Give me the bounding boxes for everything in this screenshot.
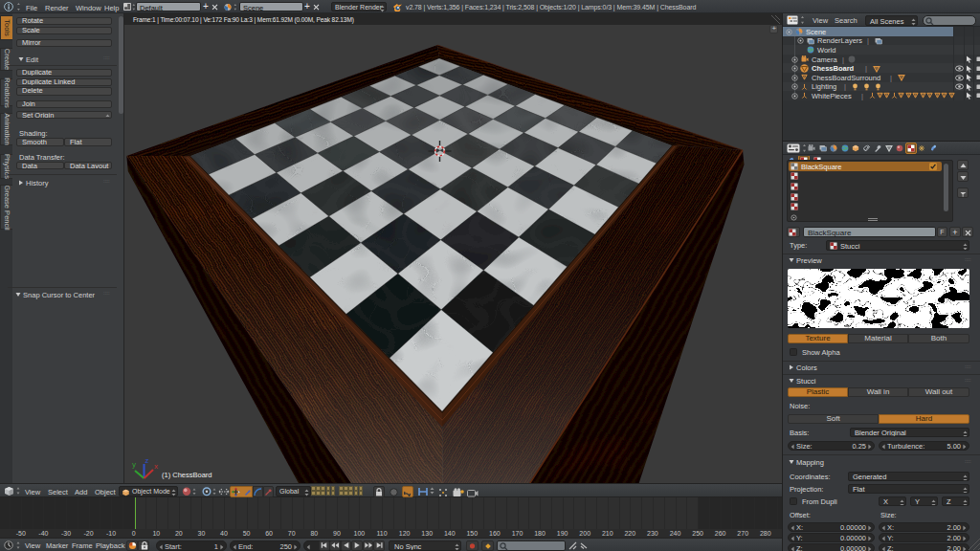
svg-text:x: x [154,462,158,471]
svg-text:y: y [132,460,136,469]
svg-text:z: z [145,456,149,465]
